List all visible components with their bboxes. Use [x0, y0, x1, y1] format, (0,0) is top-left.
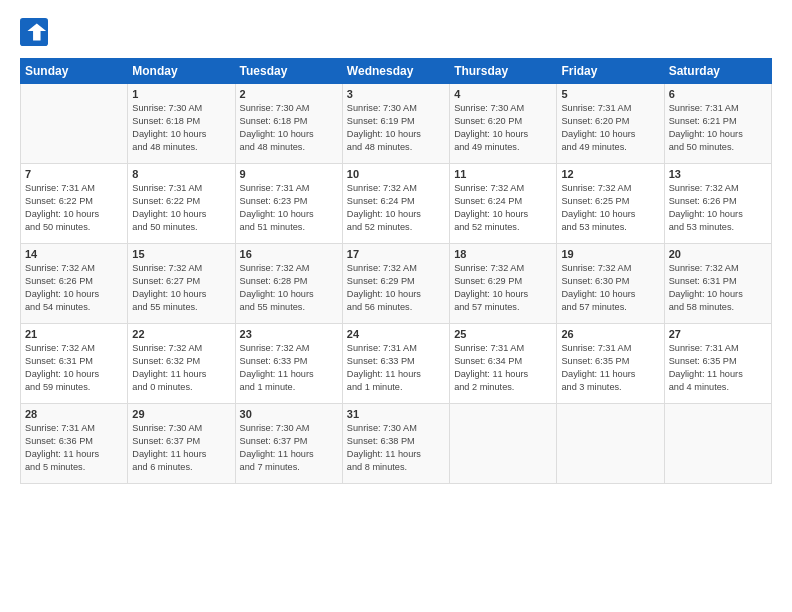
calendar-cell: 17Sunrise: 7:32 AM Sunset: 6:29 PM Dayli…	[342, 244, 449, 324]
calendar-header: SundayMondayTuesdayWednesdayThursdayFrid…	[21, 59, 772, 84]
calendar-cell: 13Sunrise: 7:32 AM Sunset: 6:26 PM Dayli…	[664, 164, 771, 244]
cell-text: Sunrise: 7:31 AM Sunset: 6:20 PM Dayligh…	[561, 102, 659, 154]
calendar-cell	[450, 404, 557, 484]
calendar-cell: 19Sunrise: 7:32 AM Sunset: 6:30 PM Dayli…	[557, 244, 664, 324]
day-number: 21	[25, 328, 123, 340]
calendar-cell: 6Sunrise: 7:31 AM Sunset: 6:21 PM Daylig…	[664, 84, 771, 164]
col-header-friday: Friday	[557, 59, 664, 84]
calendar-cell: 15Sunrise: 7:32 AM Sunset: 6:27 PM Dayli…	[128, 244, 235, 324]
day-number: 14	[25, 248, 123, 260]
cell-text: Sunrise: 7:32 AM Sunset: 6:31 PM Dayligh…	[669, 262, 767, 314]
calendar-cell: 24Sunrise: 7:31 AM Sunset: 6:33 PM Dayli…	[342, 324, 449, 404]
day-number: 30	[240, 408, 338, 420]
calendar-week-5: 28Sunrise: 7:31 AM Sunset: 6:36 PM Dayli…	[21, 404, 772, 484]
day-number: 24	[347, 328, 445, 340]
logo-icon	[20, 18, 48, 46]
cell-text: Sunrise: 7:31 AM Sunset: 6:21 PM Dayligh…	[669, 102, 767, 154]
col-header-tuesday: Tuesday	[235, 59, 342, 84]
day-number: 8	[132, 168, 230, 180]
cell-text: Sunrise: 7:30 AM Sunset: 6:37 PM Dayligh…	[240, 422, 338, 474]
day-number: 16	[240, 248, 338, 260]
cell-text: Sunrise: 7:32 AM Sunset: 6:33 PM Dayligh…	[240, 342, 338, 394]
calendar-cell: 16Sunrise: 7:32 AM Sunset: 6:28 PM Dayli…	[235, 244, 342, 324]
cell-text: Sunrise: 7:32 AM Sunset: 6:26 PM Dayligh…	[25, 262, 123, 314]
cell-text: Sunrise: 7:32 AM Sunset: 6:28 PM Dayligh…	[240, 262, 338, 314]
cell-text: Sunrise: 7:31 AM Sunset: 6:22 PM Dayligh…	[25, 182, 123, 234]
cell-text: Sunrise: 7:30 AM Sunset: 6:20 PM Dayligh…	[454, 102, 552, 154]
day-number: 12	[561, 168, 659, 180]
calendar-cell: 8Sunrise: 7:31 AM Sunset: 6:22 PM Daylig…	[128, 164, 235, 244]
calendar-cell: 3Sunrise: 7:30 AM Sunset: 6:19 PM Daylig…	[342, 84, 449, 164]
day-number: 23	[240, 328, 338, 340]
calendar-week-3: 14Sunrise: 7:32 AM Sunset: 6:26 PM Dayli…	[21, 244, 772, 324]
cell-text: Sunrise: 7:32 AM Sunset: 6:24 PM Dayligh…	[454, 182, 552, 234]
page-header	[20, 18, 772, 46]
calendar-cell: 30Sunrise: 7:30 AM Sunset: 6:37 PM Dayli…	[235, 404, 342, 484]
col-header-monday: Monday	[128, 59, 235, 84]
cell-text: Sunrise: 7:31 AM Sunset: 6:35 PM Dayligh…	[669, 342, 767, 394]
cell-text: Sunrise: 7:30 AM Sunset: 6:38 PM Dayligh…	[347, 422, 445, 474]
cell-text: Sunrise: 7:32 AM Sunset: 6:31 PM Dayligh…	[25, 342, 123, 394]
calendar-cell: 12Sunrise: 7:32 AM Sunset: 6:25 PM Dayli…	[557, 164, 664, 244]
calendar-cell: 27Sunrise: 7:31 AM Sunset: 6:35 PM Dayli…	[664, 324, 771, 404]
day-number: 20	[669, 248, 767, 260]
calendar-cell: 2Sunrise: 7:30 AM Sunset: 6:18 PM Daylig…	[235, 84, 342, 164]
cell-text: Sunrise: 7:32 AM Sunset: 6:26 PM Dayligh…	[669, 182, 767, 234]
day-number: 7	[25, 168, 123, 180]
day-number: 9	[240, 168, 338, 180]
calendar-cell: 29Sunrise: 7:30 AM Sunset: 6:37 PM Dayli…	[128, 404, 235, 484]
day-number: 6	[669, 88, 767, 100]
cell-text: Sunrise: 7:32 AM Sunset: 6:24 PM Dayligh…	[347, 182, 445, 234]
calendar-cell: 23Sunrise: 7:32 AM Sunset: 6:33 PM Dayli…	[235, 324, 342, 404]
cell-text: Sunrise: 7:32 AM Sunset: 6:29 PM Dayligh…	[347, 262, 445, 314]
calendar-week-4: 21Sunrise: 7:32 AM Sunset: 6:31 PM Dayli…	[21, 324, 772, 404]
calendar-cell: 9Sunrise: 7:31 AM Sunset: 6:23 PM Daylig…	[235, 164, 342, 244]
day-number: 22	[132, 328, 230, 340]
day-number: 25	[454, 328, 552, 340]
calendar-cell: 25Sunrise: 7:31 AM Sunset: 6:34 PM Dayli…	[450, 324, 557, 404]
cell-text: Sunrise: 7:32 AM Sunset: 6:27 PM Dayligh…	[132, 262, 230, 314]
day-number: 2	[240, 88, 338, 100]
day-number: 17	[347, 248, 445, 260]
calendar-cell: 26Sunrise: 7:31 AM Sunset: 6:35 PM Dayli…	[557, 324, 664, 404]
cell-text: Sunrise: 7:32 AM Sunset: 6:30 PM Dayligh…	[561, 262, 659, 314]
cell-text: Sunrise: 7:30 AM Sunset: 6:19 PM Dayligh…	[347, 102, 445, 154]
calendar-cell: 5Sunrise: 7:31 AM Sunset: 6:20 PM Daylig…	[557, 84, 664, 164]
cell-text: Sunrise: 7:31 AM Sunset: 6:35 PM Dayligh…	[561, 342, 659, 394]
day-number: 26	[561, 328, 659, 340]
calendar-cell	[21, 84, 128, 164]
cell-text: Sunrise: 7:32 AM Sunset: 6:29 PM Dayligh…	[454, 262, 552, 314]
day-number: 15	[132, 248, 230, 260]
calendar-cell: 11Sunrise: 7:32 AM Sunset: 6:24 PM Dayli…	[450, 164, 557, 244]
logo	[20, 18, 52, 46]
col-header-thursday: Thursday	[450, 59, 557, 84]
col-header-wednesday: Wednesday	[342, 59, 449, 84]
day-number: 29	[132, 408, 230, 420]
col-header-saturday: Saturday	[664, 59, 771, 84]
cell-text: Sunrise: 7:31 AM Sunset: 6:34 PM Dayligh…	[454, 342, 552, 394]
day-number: 19	[561, 248, 659, 260]
calendar-cell: 1Sunrise: 7:30 AM Sunset: 6:18 PM Daylig…	[128, 84, 235, 164]
day-number: 10	[347, 168, 445, 180]
calendar-cell: 22Sunrise: 7:32 AM Sunset: 6:32 PM Dayli…	[128, 324, 235, 404]
cell-text: Sunrise: 7:31 AM Sunset: 6:23 PM Dayligh…	[240, 182, 338, 234]
cell-text: Sunrise: 7:31 AM Sunset: 6:22 PM Dayligh…	[132, 182, 230, 234]
cell-text: Sunrise: 7:30 AM Sunset: 6:18 PM Dayligh…	[240, 102, 338, 154]
calendar-week-1: 1Sunrise: 7:30 AM Sunset: 6:18 PM Daylig…	[21, 84, 772, 164]
calendar-week-2: 7Sunrise: 7:31 AM Sunset: 6:22 PM Daylig…	[21, 164, 772, 244]
cell-text: Sunrise: 7:32 AM Sunset: 6:25 PM Dayligh…	[561, 182, 659, 234]
cell-text: Sunrise: 7:30 AM Sunset: 6:37 PM Dayligh…	[132, 422, 230, 474]
day-number: 28	[25, 408, 123, 420]
day-number: 13	[669, 168, 767, 180]
calendar-cell	[664, 404, 771, 484]
cell-text: Sunrise: 7:31 AM Sunset: 6:36 PM Dayligh…	[25, 422, 123, 474]
day-number: 1	[132, 88, 230, 100]
col-header-sunday: Sunday	[21, 59, 128, 84]
calendar-cell: 10Sunrise: 7:32 AM Sunset: 6:24 PM Dayli…	[342, 164, 449, 244]
cell-text: Sunrise: 7:32 AM Sunset: 6:32 PM Dayligh…	[132, 342, 230, 394]
day-number: 18	[454, 248, 552, 260]
day-number: 3	[347, 88, 445, 100]
calendar-cell: 18Sunrise: 7:32 AM Sunset: 6:29 PM Dayli…	[450, 244, 557, 324]
calendar-table: SundayMondayTuesdayWednesdayThursdayFrid…	[20, 58, 772, 484]
calendar-cell: 28Sunrise: 7:31 AM Sunset: 6:36 PM Dayli…	[21, 404, 128, 484]
